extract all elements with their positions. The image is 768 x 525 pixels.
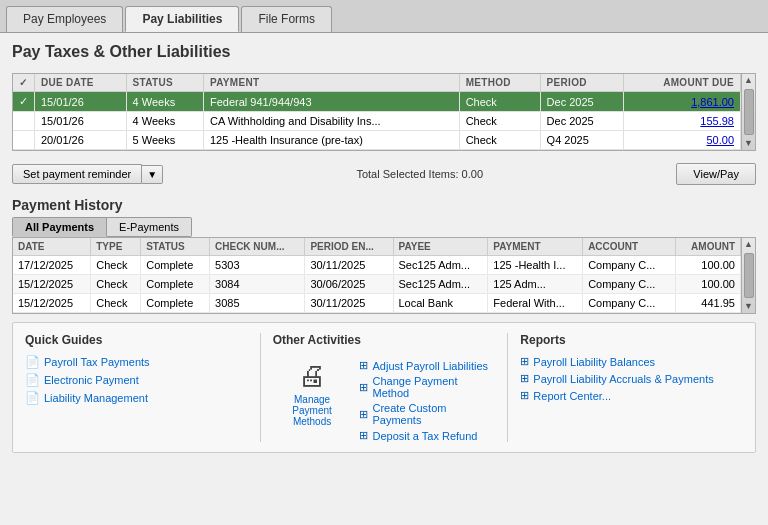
set-reminder-button[interactable]: Set payment reminder (12, 164, 142, 184)
ph-type: Check (91, 294, 141, 313)
report-icon-2: ⊞ (520, 372, 529, 385)
ph-col-check-num: CHECK NUM... (210, 238, 305, 256)
row-payment: 125 -Health Insurance (pre-tax) (204, 131, 460, 150)
quick-guides-col: Quick Guides 📄 Payroll Tax Payments 📄 El… (25, 333, 248, 442)
ph-amount: 441.95 (675, 294, 740, 313)
ph-status: Complete (141, 275, 210, 294)
ph-payment: 125 -Health I... (488, 256, 583, 275)
row-period: Dec 2025 (540, 112, 624, 131)
ph-period-end: 30/11/2025 (305, 294, 393, 313)
scroll-up-arrow[interactable]: ▲ (742, 74, 755, 87)
col-payment: PAYMENT (204, 74, 460, 92)
table-toolbar: Set payment reminder ▼ Total Selected It… (12, 159, 756, 189)
row-payment: Federal 941/944/943 (204, 92, 460, 112)
liability-row[interactable]: ✓ 15/01/26 4 Weeks Federal 941/944/943 C… (13, 92, 741, 112)
divider-1 (260, 333, 261, 442)
liability-row[interactable]: 20/01/26 5 Weeks 125 -Health Insurance (… (13, 131, 741, 150)
quick-guide-link-1[interactable]: 📄 Payroll Tax Payments (25, 355, 248, 369)
row-due-date: 20/01/26 (35, 131, 127, 150)
ph-scrollbar[interactable]: ▲ ▼ (741, 238, 755, 313)
ph-col-payee: PAYEE (393, 238, 488, 256)
view-pay-button[interactable]: View/Pay (676, 163, 756, 185)
ph-account: Company C... (583, 294, 676, 313)
row-check[interactable] (13, 112, 35, 131)
ph-scroll-up-arrow[interactable]: ▲ (742, 238, 755, 251)
other-activities-title: Other Activities (273, 333, 496, 347)
tab-all-payments[interactable]: All Payments (12, 217, 107, 237)
ph-scroll-thumb[interactable] (744, 253, 754, 298)
tab-e-payments[interactable]: E-Payments (107, 217, 192, 237)
report-link-3[interactable]: ⊞ Report Center... (520, 389, 743, 402)
row-check[interactable] (13, 131, 35, 150)
bottom-section: Quick Guides 📄 Payroll Tax Payments 📄 El… (12, 322, 756, 453)
col-due-date: DUE DATE (35, 74, 127, 92)
ph-col-amount: AMOUNT (675, 238, 740, 256)
col-period: PERIOD (540, 74, 624, 92)
other-activities-col: Other Activities 🖨 Manage Payment Method… (273, 333, 496, 442)
ph-col-period-end: PERIOD EN... (305, 238, 393, 256)
main-tabs: Pay Employees Pay Liabilities File Forms (0, 0, 768, 32)
other-link-4[interactable]: ⊞ Deposit a Tax Refund (359, 429, 495, 442)
other-link-3[interactable]: ⊞ Create Custom Payments (359, 402, 495, 426)
ph-amount: 100.00 (675, 256, 740, 275)
other-link-1[interactable]: ⊞ Adjust Payroll Liabilities (359, 359, 495, 372)
quick-guide-link-3[interactable]: 📄 Liability Management (25, 391, 248, 405)
ph-account: Company C... (583, 275, 676, 294)
row-method: Check (459, 92, 540, 112)
ph-row[interactable]: 15/12/2025 Check Complete 3084 30/06/202… (13, 275, 741, 294)
tab-pay-liabilities[interactable]: Pay Liabilities (125, 6, 239, 32)
report-link-1[interactable]: ⊞ Payroll Liability Balances (520, 355, 743, 368)
content-area: Pay Taxes & Other Liabilities ✓ DUE DATE… (0, 32, 768, 525)
ph-col-date: DATE (13, 238, 91, 256)
report-link-2[interactable]: ⊞ Payroll Liability Accruals & Payments (520, 372, 743, 385)
quick-guide-link-2[interactable]: 📄 Electronic Payment (25, 373, 248, 387)
quick-guides-title: Quick Guides (25, 333, 248, 347)
row-period: Q4 2025 (540, 131, 624, 150)
tab-file-forms[interactable]: File Forms (241, 6, 332, 32)
row-amount[interactable]: 50.00 (624, 131, 741, 150)
manage-label[interactable]: Manage Payment Methods (273, 394, 352, 427)
deposit-icon: ⊞ (359, 429, 368, 442)
set-reminder-dropdown[interactable]: ▼ (142, 165, 163, 184)
ph-check-num: 3085 (210, 294, 305, 313)
pdf-icon-3: 📄 (25, 391, 40, 405)
row-period: Dec 2025 (540, 92, 624, 112)
other-link-2[interactable]: ⊞ Change Payment Method (359, 375, 495, 399)
ph-check-num: 3084 (210, 275, 305, 294)
adjust-icon: ⊞ (359, 359, 368, 372)
ph-row[interactable]: 15/12/2025 Check Complete 3085 30/11/202… (13, 294, 741, 313)
scroll-down-arrow[interactable]: ▼ (742, 137, 755, 150)
payment-history-section: Payment History All Payments E-Payments … (12, 197, 756, 314)
liability-row[interactable]: 15/01/26 4 Weeks CA Withholding and Disa… (13, 112, 741, 131)
row-payment: CA Withholding and Disability Ins... (204, 112, 460, 131)
scroll-thumb[interactable] (744, 89, 754, 135)
row-amount[interactable]: 1,861.00 (624, 92, 741, 112)
ph-payee: Sec125 Adm... (393, 275, 488, 294)
ph-scroll-down-arrow[interactable]: ▼ (742, 300, 755, 313)
ph-type: Check (91, 275, 141, 294)
ph-payment: 125 Adm... (488, 275, 583, 294)
row-due-date: 15/01/26 (35, 112, 127, 131)
total-selected-text: Total Selected Items: 0.00 (356, 168, 483, 180)
ph-header-row: DATE TYPE STATUS CHECK NUM... PERIOD EN.… (13, 238, 741, 256)
liabilities-scrollbar[interactable]: ▲ ▼ (741, 74, 755, 150)
ph-type: Check (91, 256, 141, 275)
pdf-icon-1: 📄 (25, 355, 40, 369)
row-status: 4 Weeks (126, 112, 203, 131)
ph-period-end: 30/06/2025 (305, 275, 393, 294)
payment-history-title: Payment History (12, 197, 756, 213)
reports-title: Reports (520, 333, 743, 347)
other-activities-links: ⊞ Adjust Payroll Liabilities ⊞ Change Pa… (359, 355, 495, 442)
create-icon: ⊞ (359, 408, 368, 421)
row-check[interactable]: ✓ (13, 92, 35, 112)
ph-col-status: STATUS (141, 238, 210, 256)
ph-col-payment: PAYMENT (488, 238, 583, 256)
row-amount[interactable]: 155.98 (624, 112, 741, 131)
liabilities-header-row: ✓ DUE DATE STATUS PAYMENT METHOD PERIOD … (13, 74, 741, 92)
tab-pay-employees[interactable]: Pay Employees (6, 6, 123, 32)
row-due-date: 15/01/26 (35, 92, 127, 112)
col-method: METHOD (459, 74, 540, 92)
ph-date: 15/12/2025 (13, 294, 91, 313)
manage-payment-methods-icon-group[interactable]: 🖨 Manage Payment Methods (273, 355, 352, 427)
ph-row[interactable]: 17/12/2025 Check Complete 5303 30/11/202… (13, 256, 741, 275)
